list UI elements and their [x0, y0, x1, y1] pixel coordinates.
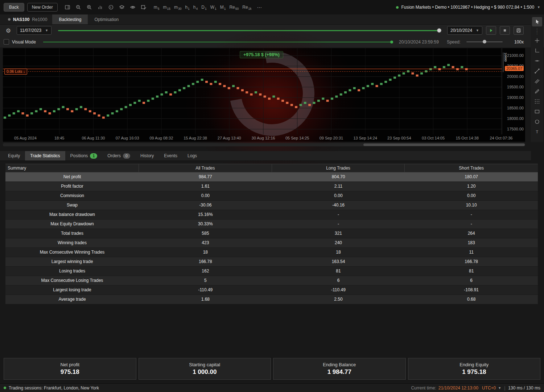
- stat-value: 5: [139, 276, 272, 285]
- timeframe-W1[interactable]: W1: [209, 4, 218, 11]
- card-ending-equity: Ending Equity 1 975.18: [408, 358, 541, 380]
- stats-row[interactable]: Winning trades423240183: [5, 238, 538, 248]
- timeframe-m5[interactable]: m5: [152, 4, 161, 11]
- new-order-button[interactable]: New Order: [27, 3, 58, 12]
- stats-row[interactable]: Losing trades1628181: [5, 267, 538, 276]
- account-info[interactable]: Fusion Markets • Demo • 10012867 • Hedgi…: [396, 5, 541, 10]
- tab-label: Equity: [8, 153, 20, 158]
- y-axis[interactable]: 20365.07 21000.0020500.0020000.0019500.0…: [504, 48, 524, 134]
- stats-row[interactable]: Largest winning trade166.78163.54166.78: [5, 257, 538, 267]
- timeframe-Re1k[interactable]: Re1k: [240, 4, 253, 11]
- timezone-select[interactable]: UTC+0: [482, 385, 496, 391]
- text-tool-icon[interactable]: T: [532, 127, 542, 137]
- volume-bars-icon[interactable]: [95, 3, 105, 12]
- stat-value: 166.78: [139, 257, 272, 266]
- eye-icon[interactable]: [128, 3, 137, 12]
- stats-row[interactable]: Max Consecutive Winning Trades181811: [5, 248, 538, 257]
- channel-tool-icon[interactable]: [532, 76, 542, 86]
- stats-row[interactable]: Total trades585321264: [5, 229, 538, 238]
- stat-value: -: [405, 210, 538, 219]
- stat-label: Winning trades: [5, 238, 139, 247]
- stats-row[interactable]: Profit factor1.612.111.20: [5, 182, 538, 191]
- trendline-tool-icon[interactable]: [532, 66, 542, 76]
- save-button[interactable]: [514, 26, 524, 35]
- position-tag[interactable]: 0.06 Lots ↓: [4, 68, 27, 75]
- stats-row[interactable]: Max balance drawdown15.16%--: [5, 210, 538, 220]
- stat-value: -110.49: [272, 285, 405, 295]
- stats-row[interactable]: Net profit984.77804.70180.07: [5, 172, 538, 182]
- tab-history[interactable]: History: [135, 151, 159, 160]
- chart-area[interactable]: +975.18 $ (+98%) 0.06 Lots ↓ 10000 20365…: [3, 48, 525, 142]
- zoom-in-icon[interactable]: [85, 3, 94, 12]
- indicators-icon[interactable]: f: [106, 3, 116, 12]
- chart-scrollbar-thumb[interactable]: [363, 143, 525, 146]
- speed-slider-handle[interactable]: [483, 40, 486, 43]
- visual-mode-checkbox[interactable]: [4, 39, 9, 45]
- x-axis[interactable]: 05 Aug 202418:4506 Aug 11:3007 Aug 16:03…: [3, 135, 502, 142]
- play-button[interactable]: [486, 26, 496, 35]
- stat-value: 585: [139, 229, 272, 238]
- playback-position-handle[interactable]: [390, 41, 393, 43]
- stats-row[interactable]: Swap-30.06-40.1610.10: [5, 201, 538, 210]
- stats-row[interactable]: Max Equity Drawdown30.33%--: [5, 220, 538, 229]
- status-bar: Trading sessions: Frankfurt, London, New…: [0, 383, 544, 392]
- layers-icon[interactable]: [117, 3, 127, 12]
- edit-chart-icon[interactable]: [139, 3, 148, 12]
- card-title: Starting capital: [189, 362, 220, 367]
- horizontal-line-tool-icon[interactable]: [532, 56, 542, 66]
- ellipse-tool-icon[interactable]: [532, 117, 542, 126]
- timeframe-M1[interactable]: M1: [218, 4, 228, 11]
- tab-events[interactable]: Events: [159, 151, 182, 160]
- back-button[interactable]: Back: [4, 3, 24, 12]
- card-value: 1 000.00: [193, 368, 217, 376]
- stats-row[interactable]: Commission0.000.000.00: [5, 191, 538, 201]
- timeframe-Re50[interactable]: Re50: [227, 4, 240, 11]
- visual-mode-label: Visual Mode: [12, 39, 36, 45]
- x-tick: 09 Sep 20:31: [320, 136, 343, 140]
- rectangle-tool-icon[interactable]: [532, 107, 542, 116]
- stats-row[interactable]: Max Consecutive Losing Trades566: [5, 276, 538, 285]
- timeframe-h1[interactable]: h1: [183, 4, 191, 11]
- stat-label: Largest losing trade: [5, 285, 139, 295]
- tab-orders[interactable]: Orders0: [102, 151, 135, 160]
- stat-value: -: [272, 210, 405, 219]
- backtest-current-time: 20/10/2024 23:59:59: [399, 39, 439, 45]
- stat-value: 240: [272, 238, 405, 247]
- stat-value: 423: [139, 238, 272, 247]
- stat-value: 10.10: [405, 201, 538, 210]
- timeframe-m30[interactable]: m30: [172, 4, 183, 11]
- tab-label: Trade Statistics: [30, 153, 60, 158]
- chart-scrollbar[interactable]: [3, 143, 525, 146]
- stats-row[interactable]: Average trade1.682.500.68: [5, 295, 538, 304]
- axis-corner-tool-icon[interactable]: [532, 46, 542, 55]
- chart-toolbar-icons: f: [63, 3, 148, 12]
- tab-optimisation[interactable]: Optimisation: [88, 14, 125, 24]
- start-date-select[interactable]: 11/07/2023 ▼: [17, 26, 51, 35]
- tab-positions[interactable]: Positions1: [65, 151, 103, 160]
- stat-value: 18: [272, 248, 405, 257]
- slider-handle[interactable]: [437, 28, 441, 33]
- panels-icon[interactable]: [63, 3, 72, 12]
- stats-row[interactable]: Largest losing trade-110.49-110.49-108.9…: [5, 285, 538, 295]
- tab-symbol-nas100[interactable]: NAS100 Re1000: [3, 14, 52, 24]
- card-title: Ending Equity: [459, 362, 489, 367]
- timeframe-h4[interactable]: h4: [191, 4, 199, 11]
- speed-slider[interactable]: [466, 41, 503, 42]
- tab-equity[interactable]: Equity: [3, 151, 25, 160]
- crosshair-tool-icon[interactable]: [532, 36, 542, 45]
- y-tick: 19500.00: [507, 85, 524, 89]
- stop-button[interactable]: [500, 26, 510, 35]
- tab-logs[interactable]: Logs: [182, 151, 202, 160]
- tab-trade-statistics[interactable]: Trade Statistics: [25, 151, 65, 160]
- end-date-select[interactable]: 20/10/2024 ▼: [447, 26, 482, 35]
- x-tick: 13 Sep 14:24: [353, 136, 377, 140]
- timeframe-D1[interactable]: D1: [199, 4, 208, 11]
- more-timeframes-button[interactable]: ⋯: [255, 4, 264, 11]
- pattern-dots-tool-icon[interactable]: [532, 97, 542, 106]
- zoom-out-icon[interactable]: [74, 3, 83, 12]
- timeframe-m15[interactable]: m15: [161, 4, 172, 11]
- brush-tool-icon[interactable]: [532, 87, 542, 96]
- pointer-tool-icon[interactable]: [532, 17, 542, 26]
- gear-icon[interactable]: ⚙: [4, 26, 13, 35]
- tab-backtesting[interactable]: Backtesting: [52, 14, 88, 24]
